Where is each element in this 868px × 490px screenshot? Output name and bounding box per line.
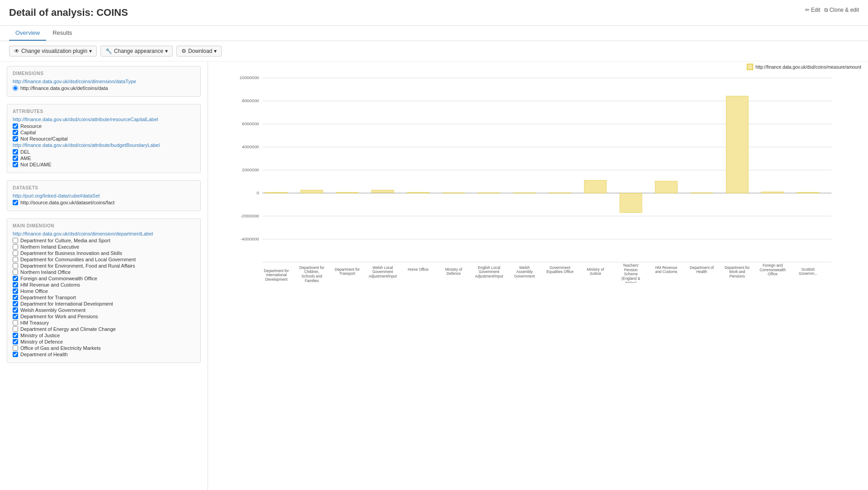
svg-text:Defence: Defence — [446, 271, 460, 276]
svg-text:Assembly: Assembly — [517, 269, 533, 274]
main-dim-checkbox-13[interactable] — [13, 320, 18, 325]
main-dim-item-10: Department for International Development — [13, 301, 195, 306]
attr-link1[interactable]: http://finance.data.gov.uk/dsd/coins/att… — [13, 117, 195, 122]
attr1-checkbox-1[interactable] — [13, 130, 18, 135]
svg-text:Equalities Office: Equalities Office — [546, 269, 574, 274]
attr1-checkbox-2[interactable] — [13, 136, 18, 141]
attr1-item-1: Capital — [13, 130, 195, 135]
main-dim-checkbox-2[interactable] — [13, 250, 18, 256]
attr2-checkbox-1[interactable] — [13, 155, 18, 161]
main-dim-checkbox-17[interactable] — [13, 345, 18, 351]
main-dim-checkbox-7[interactable] — [13, 282, 18, 287]
top-actions: ✏ Edit ⧉ Clone & edit — [805, 7, 859, 13]
svg-text:10000000: 10000000 — [239, 75, 259, 80]
svg-text:Teachers': Teachers' — [623, 263, 639, 268]
svg-text:Welsh: Welsh — [519, 265, 530, 270]
dimension-link1[interactable]: http://finance.data.gov.uk/dsd/coins/dim… — [13, 79, 195, 84]
attr2-checkbox-0[interactable] — [13, 149, 18, 155]
main-dim-label-10: Department for International Development — [20, 301, 113, 306]
main-layout: DIMENSIONS http://finance.data.gov.uk/ds… — [0, 61, 868, 490]
svg-text:Justice: Justice — [589, 271, 601, 276]
download-button[interactable]: ⚙ Download ▾ — [176, 46, 222, 57]
main-dim-label-2: Department for Business Innovation and S… — [20, 250, 122, 256]
settings-icon: ⚙ — [181, 48, 186, 54]
attributes-section: ATTRIBUTES http://finance.data.gov.uk/ds… — [7, 104, 201, 173]
edit-button[interactable]: ✏ Edit — [805, 7, 821, 13]
svg-text:Work and: Work and — [729, 269, 745, 274]
main-dim-checkbox-16[interactable] — [13, 339, 18, 344]
attr2-item-0: DEL — [13, 149, 195, 155]
main-dim-item-18: Department of Health — [13, 352, 195, 357]
tab-overview[interactable]: Overview — [9, 26, 46, 41]
main-dim-checkbox-18[interactable] — [13, 352, 18, 357]
bar-15 — [762, 192, 784, 193]
svg-text:Commonwealth: Commonwealth — [759, 268, 786, 272]
main-dim-checkbox-8[interactable] — [13, 288, 18, 294]
main-dim-checkbox-6[interactable] — [13, 276, 18, 281]
svg-text:Development: Development — [266, 277, 288, 282]
svg-text:Department for: Department for — [725, 265, 750, 270]
main-dim-item-1: Northern Ireland Executive — [13, 244, 195, 250]
main-dim-checkbox-3[interactable] — [13, 257, 18, 262]
attr2-checkbox-2[interactable] — [13, 162, 18, 167]
viz-plugin-button[interactable]: 👁 Change visualization plugin ▾ — [9, 46, 97, 57]
attr2-label-1: AME — [20, 155, 31, 161]
svg-text:(England &: (England & — [621, 276, 640, 281]
attr1-label-1: Capital — [20, 130, 36, 135]
main-dimension-section: MAIN DIMENSION http://finance.data.gov.u… — [7, 218, 201, 363]
bar-9 — [549, 193, 571, 193]
main-dim-checkbox-0[interactable] — [13, 238, 18, 243]
main-dim-checkbox-1[interactable] — [13, 244, 18, 250]
attr1-label-2: Not Resource/Capital — [20, 136, 68, 141]
dataset-items: http://source.data.gov.uk/dataset/coins/… — [13, 200, 195, 205]
main-dimension-link1[interactable]: http://finance.data.gov.uk/dsd/coins/dim… — [13, 231, 195, 236]
dataset-checkbox-0[interactable] — [13, 200, 18, 205]
attr1-label-0: Resource — [20, 123, 42, 129]
attr2-item-2: Not DEL/AME — [13, 162, 195, 167]
main-dim-label-13: HM Treasury — [20, 320, 49, 325]
chart-container: 10000000 8000000 6000000 4000000 2000000… — [210, 66, 863, 490]
svg-text:6000000: 6000000 — [242, 121, 260, 126]
svg-text:Department for: Department for — [264, 269, 289, 273]
tab-bar: Overview Results — [0, 26, 868, 41]
svg-text:Families: Families — [305, 278, 319, 283]
svg-text:-4000000: -4000000 — [240, 236, 259, 241]
main-dim-item-3: Department for Communities and Local Gov… — [13, 257, 195, 262]
bar-1 — [266, 192, 288, 193]
main-dim-label-18: Department of Health — [20, 352, 68, 357]
attr-link2[interactable]: http://finance.data.gov.uk/dsd/coins/att… — [13, 142, 195, 148]
main-dim-checkbox-15[interactable] — [13, 333, 18, 338]
main-dim-label-6: Foreign and Commonwealth Office — [20, 276, 97, 281]
dataset-label-0: http://source.data.gov.uk/dataset/coins/… — [20, 200, 114, 205]
tab-results[interactable]: Results — [46, 26, 78, 41]
attr1-checkbox-0[interactable] — [13, 123, 18, 129]
dimension-radio1: http://finance.data.gov.uk/def/coins/dat… — [13, 85, 195, 91]
svg-text:Adjustment/Input: Adjustment/Input — [475, 274, 503, 278]
main-dim-checkbox-10[interactable] — [13, 301, 18, 306]
sidebar: DIMENSIONS http://finance.data.gov.uk/ds… — [0, 61, 208, 490]
main-dim-item-12: Department for Work and Pensions — [13, 314, 195, 319]
main-dim-checkbox-11[interactable] — [13, 307, 18, 313]
main-dimension-items: Department for Culture, Media and SportN… — [13, 238, 195, 357]
main-dim-checkbox-5[interactable] — [13, 269, 18, 275]
main-dim-label-17: Office of Gas and Electricity Markets — [20, 345, 101, 351]
svg-text:Department for: Department for — [299, 265, 325, 270]
main-dim-label-16: Ministry of Defence — [20, 339, 63, 344]
main-dim-checkbox-9[interactable] — [13, 295, 18, 300]
datasets-title: DATASETS — [13, 185, 195, 190]
main-dim-checkbox-14[interactable] — [13, 326, 18, 332]
clone-button[interactable]: ⧉ Clone & edit — [824, 7, 859, 13]
svg-text:International: International — [266, 273, 287, 277]
dataset-link1[interactable]: http://purl.org/linked-data/cube#dataSet — [13, 193, 195, 198]
bar-8 — [513, 193, 536, 193]
dataset-item-0: http://source.data.gov.uk/dataset/coins/… — [13, 200, 195, 205]
attr2-label-0: DEL — [20, 149, 30, 155]
appearance-button[interactable]: 🔧 Change appearance ▾ — [100, 46, 173, 57]
main-dim-item-5: Northern Ireland Office — [13, 269, 195, 275]
bar-14 — [726, 96, 748, 193]
main-dim-checkbox-12[interactable] — [13, 314, 18, 319]
dimension-radio-input1[interactable] — [13, 85, 18, 91]
dimensions-section: DIMENSIONS http://finance.data.gov.uk/ds… — [7, 66, 201, 97]
svg-text:Welsh Local: Welsh Local — [373, 265, 393, 270]
main-dim-checkbox-4[interactable] — [13, 263, 18, 269]
